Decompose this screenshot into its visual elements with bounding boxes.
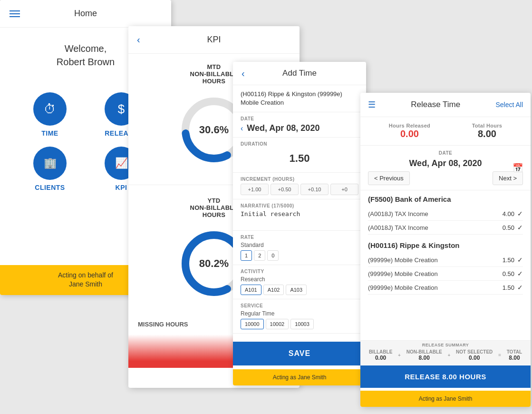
mtd-value: 30.6%	[199, 124, 229, 136]
not-selected-label: NOT SELECTED	[456, 349, 493, 355]
increment-4[interactable]: +0	[330, 184, 358, 195]
hamburger-icon[interactable]	[10, 10, 20, 17]
time-nav-item[interactable]: ⏱ TIME	[19, 92, 81, 137]
addtime-back-icon[interactable]: ‹	[242, 68, 245, 79]
activity-1[interactable]: A101	[241, 285, 261, 295]
release-date-nav: < Previous Next >	[368, 171, 523, 185]
non-billable-summary: NON-BILLABLE 8.00	[406, 349, 442, 361]
entry-1-1: (A0018J) TAX Income 4.00 ✓	[368, 207, 523, 221]
entry-2-3-hours: 1.50 ✓	[503, 284, 523, 291]
billable-label: BILLABLE	[369, 349, 392, 355]
entry-1-2-hours: 0.50 ✓	[503, 224, 523, 231]
increment-3[interactable]: +0.10	[300, 184, 329, 195]
addtime-acting-bar: Acting as Jane Smith	[233, 369, 366, 385]
check-icon-2-3[interactable]: ✓	[517, 284, 523, 291]
entry-2-2: (99999e) Mobile Creation 0.50 ✓	[368, 267, 523, 281]
kpi-title: KPI	[207, 35, 221, 45]
plus-2: +	[447, 353, 450, 358]
time-icon: ⏱	[33, 92, 67, 126]
entry-1-2-desc: (A0018J) TAX Income	[368, 224, 428, 231]
prev-button[interactable]: < Previous	[368, 171, 410, 185]
activity-3[interactable]: A103	[286, 285, 307, 295]
entry-2-3-desc: (99999e) Mobile Creation	[368, 284, 438, 291]
release-date-value: Wed, Apr 08, 2020	[368, 156, 523, 171]
rate-2[interactable]: 2	[254, 250, 265, 261]
client-2-name: (H00116) Rippe & Kingston	[368, 241, 523, 249]
rate-field: RATE Standard 1 2 0	[233, 231, 366, 265]
client-2-section: (H00116) Rippe & Kingston (99999e) Mobil…	[360, 237, 531, 296]
equals: =	[498, 353, 501, 358]
increment-field: INCREMENT (HOURS) +1.00 +0.50 +0.10 +0	[233, 173, 366, 199]
service-2[interactable]: 10002	[266, 319, 289, 329]
service-3[interactable]: 10003	[290, 319, 314, 329]
calendar-icon[interactable]: 📅	[513, 163, 523, 173]
summary-header: RELEASE SUMMARY	[366, 343, 525, 347]
activity-name: Research	[241, 276, 358, 283]
service-1[interactable]: 10000	[241, 319, 264, 329]
total-label: TOTAL	[507, 349, 522, 355]
client-1-section: (F5500) Bank of America (A0018J) TAX Inc…	[360, 190, 531, 237]
service-row: 10000 10002 10003	[241, 319, 358, 329]
rate-name: Standard	[241, 242, 358, 248]
duration-field: DURATION 1.50	[233, 138, 366, 173]
activity-field: ACTIVITY Research A101 A102 A103	[233, 265, 366, 299]
release-date-section: DATE Wed, Apr 08, 2020 📅 < Previous Next…	[360, 146, 531, 190]
release-menu-icon[interactable]: ☰	[368, 99, 376, 110]
date-prev-btn[interactable]: ‹	[241, 124, 243, 133]
next-button[interactable]: Next >	[493, 171, 523, 185]
check-icon-1-2[interactable]: ✓	[517, 224, 523, 231]
date-value: Wed, Apr 08, 2020	[247, 123, 319, 133]
service-label: SERVICE	[241, 303, 358, 308]
rate-row: 1 2 0	[241, 250, 358, 261]
activity-row: A101 A102 A103	[241, 285, 358, 295]
not-selected-value: 0.00	[456, 355, 493, 361]
entry-2-2-hours: 0.50 ✓	[503, 270, 523, 277]
entry-1-1-hours: 4.00 ✓	[503, 210, 523, 217]
duration-label: DURATION	[241, 141, 358, 147]
activity-2[interactable]: A102	[263, 285, 284, 295]
addtime-title: Add Time	[282, 69, 317, 78]
non-billable-value: 8.00	[406, 355, 442, 361]
not-selected-summary: NOT SELECTED 0.00	[456, 349, 493, 361]
increment-1[interactable]: +1.00	[241, 184, 269, 195]
kpi-label: KPI	[116, 184, 127, 191]
total-value: 8.00	[507, 355, 522, 361]
ytd-label: YTDNON-BILLABLEHOURS	[190, 197, 238, 218]
entry-2-2-desc: (99999e) Mobile Creation	[368, 270, 438, 277]
hours-released-value: 0.00	[389, 128, 430, 139]
clients-label: CLIENTS	[35, 184, 65, 191]
release-button[interactable]: RELEASE 8.00 HOURS	[360, 365, 531, 388]
increment-2[interactable]: +0.50	[271, 184, 299, 195]
entry-2-1-hours: 1.50 ✓	[503, 256, 523, 264]
billable-summary: BILLABLE 0.00	[369, 349, 392, 361]
plus-1: +	[398, 353, 401, 358]
release-hours-row: Hours Released 0.00 Total Hours 8.00	[360, 117, 531, 146]
save-button[interactable]: SAVE	[233, 342, 366, 365]
clients-nav-item[interactable]: 🏢 CLIENTS	[19, 147, 81, 191]
hours-released-label: Hours Released	[389, 123, 430, 128]
non-billable-label: NON-BILLABLE	[406, 349, 442, 355]
check-icon-1-1[interactable]: ✓	[517, 210, 523, 217]
hours-released-col: Hours Released 0.00	[389, 123, 430, 139]
check-icon-2-2[interactable]: ✓	[517, 270, 523, 277]
select-all-button[interactable]: Select All	[495, 101, 523, 108]
check-icon-2-1[interactable]: ✓	[517, 256, 523, 264]
rate-3[interactable]: 0	[267, 250, 279, 261]
increment-label: INCREMENT (HOURS)	[241, 177, 358, 182]
rate-1[interactable]: 1	[241, 250, 252, 261]
entry-2-1-desc: (99999e) Mobile Creation	[368, 256, 438, 264]
service-field: SERVICE Regular Time 10000 10002 10003	[233, 299, 366, 334]
rate-label: RATE	[241, 235, 358, 240]
home-title: Home	[74, 9, 97, 19]
narrative-label: NARRATIVE (17/5000)	[241, 203, 358, 208]
total-hours-label: Total Hours	[472, 123, 503, 128]
entry-1-1-desc: (A0018J) TAX Income	[368, 210, 428, 217]
release-screen: ☰ Release Time Select All Hours Released…	[360, 93, 531, 407]
mtd-label: MTDNON-BILLABLEHOURS	[190, 63, 238, 85]
client-1-name: (F5500) Bank of America	[368, 195, 523, 203]
narrative-input[interactable]: Initial research	[241, 210, 358, 225]
summary-row: BILLABLE 0.00 + NON-BILLABLE 8.00 + NOT …	[366, 349, 525, 361]
release-acting-bar: Acting as Jane Smith	[360, 391, 531, 407]
kpi-back-icon[interactable]: ‹	[137, 34, 140, 45]
date-field: DATE ‹ Wed, Apr 08, 2020	[233, 112, 366, 138]
